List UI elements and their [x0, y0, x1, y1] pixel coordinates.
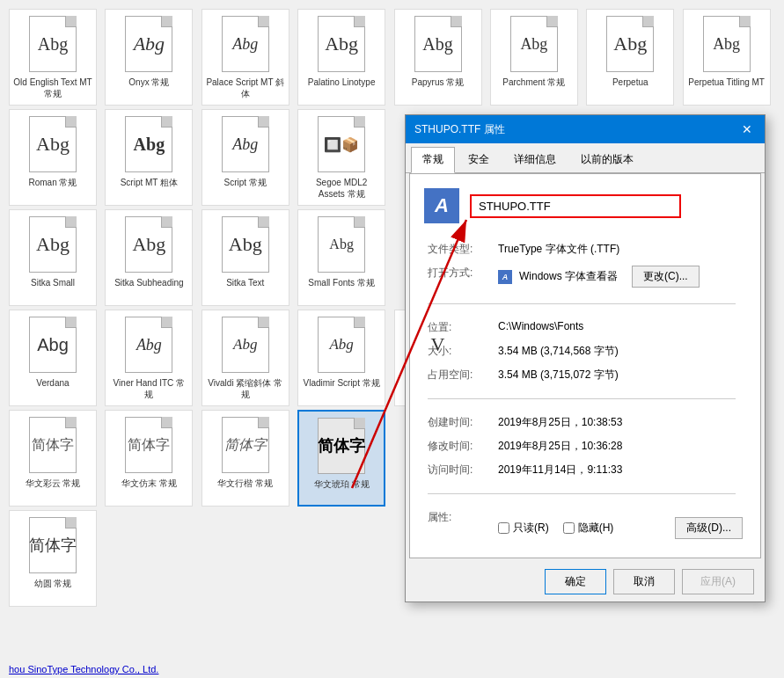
font-icon: Abg: [215, 13, 276, 75]
font-label: Palatino Linotype: [308, 77, 376, 88]
dialog-tabs: 常规 安全 详细信息 以前的版本: [406, 143, 765, 173]
font-icon: 简体字: [22, 414, 84, 476]
font-item-script[interactable]: Abg Script 常规: [201, 109, 289, 206]
font-label: Script 常规: [224, 177, 267, 188]
prop-row-size: 大小: 3.54 MB (3,714,568 字节): [424, 339, 746, 363]
tab-security[interactable]: 安全: [457, 147, 501, 172]
font-item-perpetua[interactable]: Abg Perpetua: [586, 9, 674, 106]
prop-row-modified: 修改时间: 2019年8月25日，10:36:28: [424, 434, 746, 458]
font-icon: 简体字: [22, 514, 84, 576]
font-item-palatino[interactable]: Abg Palatino Linotype: [297, 9, 385, 106]
change-open-with-button[interactable]: 更改(C)...: [632, 266, 700, 288]
font-item-vivaldi[interactable]: Abg Vivaldi 紧缩斜体 常规: [201, 310, 289, 406]
prop-row-attrs: 属性: 只读(R) 隐藏(H) 高级(D)...: [424, 506, 746, 543]
font-item-old-english[interactable]: Abg Old English Text MT 常规: [9, 9, 97, 106]
font-item-sitka-small[interactable]: Abg Sitka Small: [9, 209, 97, 306]
readonly-checkbox-label[interactable]: 只读(R): [498, 521, 549, 536]
font-item-parchment[interactable]: Abg Parchment 常规: [490, 9, 578, 106]
readonly-checkbox[interactable]: [498, 522, 509, 534]
dialog-close-button[interactable]: ✕: [738, 120, 756, 138]
font-item-small-fonts[interactable]: Abg Small Fonts 常规: [297, 209, 385, 306]
font-item-roman[interactable]: Abg Roman 常规: [9, 109, 97, 206]
font-item-papyrus[interactable]: Abg Papyrus 常规: [394, 9, 482, 106]
prop-label-filetype: 文件类型:: [424, 237, 495, 261]
properties-dialog[interactable]: STHUPO.TTF 属性 ✕ 常规 安全 详细信息 以前的版本 A 文件类型:: [405, 114, 766, 602]
prop-value-accessed: 2019年11月14日，9:11:33: [495, 458, 746, 482]
font-item-segoe-mdl2[interactable]: 🔲📦 Segoe MDL2 Assets 常规: [297, 109, 385, 206]
font-label: 华文彩云 常规: [26, 478, 81, 489]
hidden-checkbox[interactable]: [563, 522, 575, 534]
font-icon: Abg: [311, 214, 372, 275]
file-type-icon: A: [424, 188, 459, 223]
font-icon: Abg: [118, 314, 180, 375]
font-icon: 🔲📦: [311, 113, 372, 175]
font-item-huawen-hupo[interactable]: 简体字 华文琥珀 常规: [297, 410, 385, 507]
apply-button[interactable]: 应用(A): [682, 569, 754, 594]
prop-value-location: C:\Windows\Fonts: [495, 316, 746, 339]
font-item-huawen-caiyun[interactable]: 简体字 华文彩云 常规: [9, 410, 97, 507]
font-icon: Abg: [22, 214, 84, 275]
prop-label-accessed: 访问时间:: [424, 458, 495, 482]
font-icon: Abg: [503, 13, 565, 75]
font-label: Roman 常规: [28, 177, 77, 188]
font-icon: Abg: [215, 214, 276, 275]
prop-value-filetype: TrueType 字体文件 (.TTF): [495, 237, 746, 261]
prop-row-divider2: [424, 387, 746, 411]
dialog-titlebar: STHUPO.TTF 属性 ✕: [406, 115, 765, 143]
font-item-perpetua-titling[interactable]: Abg Perpetua Titling MT: [683, 9, 771, 106]
font-item-huawen-xingkai[interactable]: 简体字 华文行楷 常规: [201, 410, 289, 507]
properties-table: 文件类型: TrueType 字体文件 (.TTF) 打开方式: A Windo…: [424, 237, 746, 543]
prop-value-disksize: 3.54 MB (3,715,072 字节): [495, 363, 746, 387]
prop-row-opentype: 打开方式: A Windows 字体查看器 更改(C)...: [424, 261, 746, 292]
cancel-button[interactable]: 取消: [613, 569, 675, 594]
font-icon: Abg: [118, 214, 180, 275]
bottom-status-text: hou SinoType Technology Co., Ltd.: [9, 664, 158, 674]
font-item-palace-script[interactable]: Abg Palace Script MT 斜体: [201, 9, 289, 106]
font-icon: Abg: [311, 314, 372, 375]
file-icon-letter: A: [435, 194, 449, 217]
font-label: Sitka Text: [226, 277, 264, 288]
font-item-sitka-text[interactable]: Abg Sitka Text: [201, 209, 289, 306]
font-icon: Abg: [22, 13, 84, 75]
font-item-huawen-fangmo[interactable]: 简体字 华文仿末 常规: [105, 410, 193, 507]
font-item-sitka-subheading[interactable]: Abg Sitka Subheading: [105, 209, 193, 306]
prop-label-created: 创建时间:: [424, 411, 495, 434]
font-icon: Abg: [311, 13, 372, 75]
font-item-youyuan[interactable]: 简体字 幼圆 常规: [9, 510, 97, 607]
font-icon: Abg: [118, 13, 180, 75]
tab-general[interactable]: 常规: [411, 147, 455, 173]
prop-row-created: 创建时间: 2019年8月25日，10:38:53: [424, 411, 746, 434]
font-item-script-mt[interactable]: Abg Script MT 粗体: [105, 109, 193, 206]
font-icon: Abg: [22, 314, 84, 375]
font-label: 华文行楷 常规: [217, 478, 273, 489]
tab-previous-versions[interactable]: 以前的版本: [569, 147, 645, 172]
font-label: Palace Script MT 斜体: [206, 77, 285, 99]
font-label: 华文仿末 常规: [121, 478, 177, 489]
prop-value-attrs[interactable]: 只读(R) 隐藏(H) 高级(D)...: [495, 506, 746, 543]
font-label: Parchment 常规: [502, 77, 565, 88]
font-label: Vladimir Script 常规: [304, 377, 380, 389]
font-item-vladimir-script[interactable]: Abg Vladimir Script 常规: [297, 310, 385, 406]
bottom-status-bar: hou SinoType Technology Co., Ltd.: [0, 660, 405, 678]
font-label: Small Fonts 常规: [308, 277, 375, 288]
prop-value-opentype: A Windows 字体查看器 更改(C)...: [495, 261, 746, 292]
font-label: Segoe MDL2 Assets 常规: [302, 177, 381, 200]
file-name-input[interactable]: [470, 194, 681, 218]
prop-row-accessed: 访问时间: 2019年11月14日，9:11:33: [424, 458, 746, 482]
font-item-viner-hand[interactable]: Abg Viner Hand ITC 常规: [105, 310, 193, 406]
font-item-verdana[interactable]: Abg Verdana: [9, 310, 97, 406]
font-label: Onyx 常规: [128, 77, 169, 88]
hidden-label: 隐藏(H): [578, 521, 614, 536]
hidden-checkbox-label[interactable]: 隐藏(H): [563, 521, 614, 536]
confirm-button[interactable]: 确定: [545, 569, 606, 594]
font-label: Vivaldi 紧缩斜体 常规: [206, 377, 285, 400]
font-item-onyx[interactable]: Abg Onyx 常规: [105, 9, 193, 106]
advanced-button[interactable]: 高级(D)...: [675, 517, 743, 539]
prop-row-disksize: 占用空间: 3.54 MB (3,715,072 字节): [424, 363, 746, 387]
prop-row-divider3: [424, 482, 746, 506]
font-label: 华文琥珀 常规: [314, 478, 370, 490]
font-icon: Abg: [22, 113, 84, 175]
tab-details[interactable]: 详细信息: [502, 147, 568, 172]
font-icon: 简体字: [215, 414, 276, 476]
font-icon: 简体字: [311, 415, 372, 477]
